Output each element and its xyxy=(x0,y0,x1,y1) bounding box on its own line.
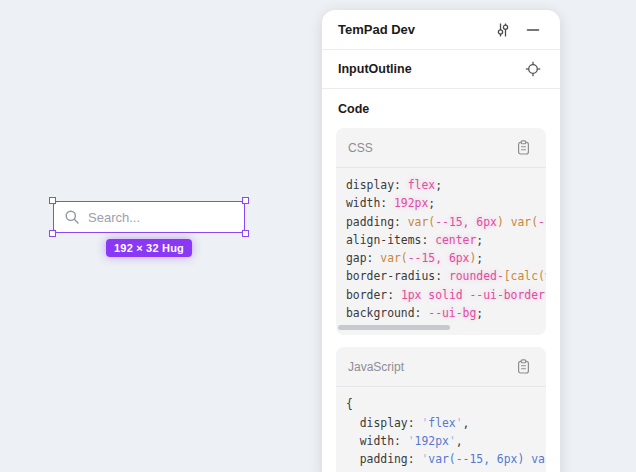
code-line: padding: var(--15, 6px) var(--15, 6px); xyxy=(346,213,546,231)
css-code-block: CSS display: flex;width: 192px;padding: … xyxy=(336,128,546,335)
figma-canvas: { "canvas": { "search_input": { "placeho… xyxy=(0,0,636,472)
selection-handle-bottom-right[interactable] xyxy=(242,230,249,237)
horizontal-scrollbar-thumb[interactable] xyxy=(338,325,450,330)
code-line: align-items: center; xyxy=(346,231,546,249)
size-badge: 192 × 32 Hug xyxy=(106,239,192,257)
code-line: width: 192px; xyxy=(346,194,546,212)
minimize-button[interactable] xyxy=(522,19,544,41)
code-section: Code CSS display: flex;width: 192px;padd… xyxy=(322,89,560,472)
copy-js-button[interactable] xyxy=(512,356,534,378)
code-line: alignItems: 'center', xyxy=(346,469,546,472)
panel-header: TemPad Dev xyxy=(322,10,560,50)
search-input[interactable] xyxy=(53,201,245,233)
code-section-title: Code xyxy=(338,102,546,116)
selection-handle-top-right[interactable] xyxy=(242,197,249,204)
copy-css-button[interactable] xyxy=(512,137,534,159)
crosshair-icon xyxy=(525,61,541,77)
js-code-block: JavaScript { display: 'flex', width: '19… xyxy=(336,347,546,472)
code-line: gap: var(--15, 6px); xyxy=(346,249,546,267)
code-line: { xyxy=(346,395,546,413)
tempad-dev-panel: TemPad Dev InputOutline xyxy=(322,10,560,472)
code-line: width: '192px', xyxy=(346,432,546,450)
css-block-label: CSS xyxy=(348,141,373,155)
css-block-header: CSS xyxy=(336,128,546,168)
selection-handle-top-left[interactable] xyxy=(49,197,56,204)
clipboard-icon xyxy=(517,359,530,374)
selected-component xyxy=(53,201,245,233)
panel-title: TemPad Dev xyxy=(338,22,415,37)
component-name: InputOutline xyxy=(338,62,412,76)
locate-button[interactable] xyxy=(522,58,544,80)
selection-handle-bottom-left[interactable] xyxy=(49,230,56,237)
component-row: InputOutline xyxy=(322,50,560,89)
js-code: { display: 'flex', width: '192px', paddi… xyxy=(336,387,546,472)
horizontal-scrollbar xyxy=(338,324,544,333)
js-block-header: JavaScript xyxy=(336,347,546,387)
code-line: padding: 'var(--15, 6px) var(--15, 6px)'… xyxy=(346,450,546,468)
clipboard-icon xyxy=(517,140,530,155)
sliders-icon xyxy=(494,21,512,39)
code-line: background: --ui-bg; xyxy=(346,304,546,322)
code-line: display: flex; xyxy=(346,176,546,194)
code-line: border: 1px solid --ui-border-input; xyxy=(346,286,546,304)
js-block-label: JavaScript xyxy=(348,360,404,374)
minus-icon xyxy=(526,23,540,37)
code-line: display: 'flex', xyxy=(346,414,546,432)
css-code: display: flex;width: 192px;padding: var(… xyxy=(336,168,546,324)
code-line: border-radius: rounded-[calc(var(--15))]… xyxy=(346,267,546,285)
settings-button[interactable] xyxy=(492,19,514,41)
